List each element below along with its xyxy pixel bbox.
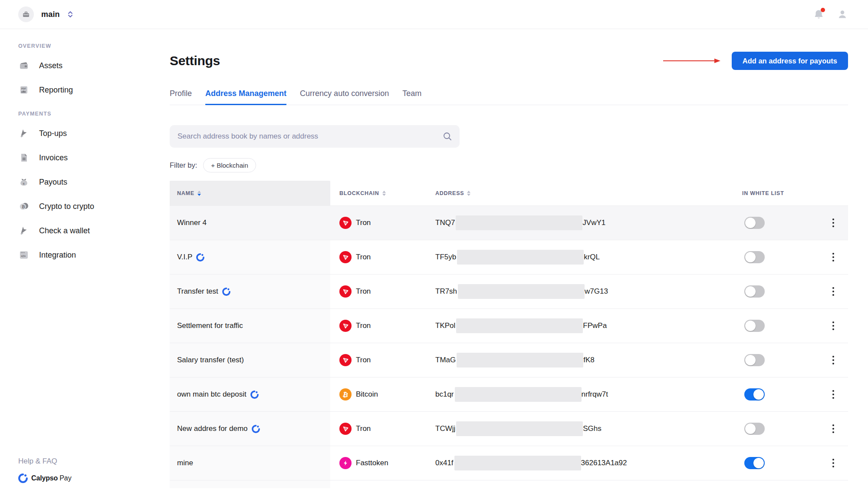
address-redaction-mask bbox=[456, 421, 583, 436]
sidebar-item-label: Check a wallet bbox=[39, 226, 90, 235]
row-menu-kebab-icon[interactable] bbox=[832, 457, 835, 469]
address-prefix: bc1qr bbox=[435, 390, 454, 399]
sidebar-item-top-ups[interactable]: Top-ups bbox=[18, 121, 170, 146]
pdf-report-icon: PDF bbox=[18, 84, 30, 96]
column-header-blockchain[interactable]: BLOCKCHAIN bbox=[330, 181, 435, 205]
table-row: V.I.P Tron TF5ybkrQL bbox=[170, 240, 848, 274]
address-name: own main btc deposit bbox=[177, 390, 247, 399]
blockchain-label: Fasttoken bbox=[356, 459, 388, 467]
whitelist-toggle[interactable] bbox=[744, 320, 765, 332]
blockchain-label: Tron bbox=[356, 321, 371, 330]
chevron-updown-icon bbox=[67, 10, 73, 19]
table-row: Winner 4 Tron TNQ7JVwY1 bbox=[170, 205, 848, 240]
notifications-bell-icon[interactable] bbox=[813, 9, 825, 20]
sidebar-item-label: Crypto to crypto bbox=[39, 202, 94, 211]
sort-icon[interactable] bbox=[197, 191, 201, 196]
blockchain-label: Bitcoin bbox=[356, 390, 378, 399]
address-name: V.I.P bbox=[177, 253, 192, 262]
column-header-in-white-list: IN WHITE LIST bbox=[733, 181, 832, 205]
sidebar-item-crypto-to-crypto[interactable]: ₿ Crypto to crypto bbox=[18, 194, 170, 219]
table-row-partial bbox=[170, 480, 848, 488]
tab-address-management[interactable]: Address Management bbox=[205, 89, 286, 105]
row-menu-kebab-icon[interactable] bbox=[832, 217, 835, 229]
table-row: mine Fasttoken 0x41f362613A1a92 bbox=[170, 446, 848, 480]
table-row: Transfer test Tron TR7shw7G13 bbox=[170, 274, 848, 308]
code-window-icon: </> bbox=[18, 249, 30, 261]
blockchain-icon bbox=[339, 217, 352, 229]
address-redaction-mask bbox=[454, 456, 581, 470]
table-row: Salary transfer (test) Tron TMaGfK8 bbox=[170, 343, 848, 377]
whitelist-toggle[interactable] bbox=[744, 388, 765, 401]
workspace-avatar bbox=[18, 7, 34, 22]
address-suffix: FPwPa bbox=[583, 321, 607, 330]
sidebar-item-invoices[interactable]: Invoices bbox=[18, 146, 170, 170]
search-icon[interactable] bbox=[442, 131, 453, 142]
whitelist-toggle[interactable] bbox=[744, 457, 765, 469]
sort-icon[interactable] bbox=[467, 191, 470, 196]
sidebar-item-payouts[interactable]: s Payouts bbox=[18, 170, 170, 194]
address-suffix: w7G13 bbox=[585, 287, 608, 296]
row-menu-kebab-icon[interactable] bbox=[832, 251, 835, 263]
address-redaction-mask bbox=[457, 353, 583, 368]
calypso-logo-icon bbox=[18, 473, 28, 483]
sidebar-item-check-a-wallet[interactable]: Check a wallet bbox=[18, 219, 170, 243]
address-redaction-mask bbox=[458, 284, 585, 299]
whitelist-toggle[interactable] bbox=[744, 423, 765, 435]
blockchain-label: Tron bbox=[356, 287, 371, 296]
table-header: NAME BLOCKCHAIN ADDRESS bbox=[170, 181, 848, 205]
search-input[interactable] bbox=[170, 125, 460, 148]
address-prefix: TF5yb bbox=[435, 253, 456, 262]
address-redaction-mask bbox=[456, 318, 583, 333]
address-prefix: TNQ7 bbox=[435, 219, 455, 227]
address-suffix: fK8 bbox=[583, 356, 595, 364]
sidebar-item-assets[interactable]: Assets bbox=[18, 53, 170, 78]
address-redaction-mask bbox=[457, 250, 584, 265]
workspace-name: main bbox=[41, 10, 60, 19]
help-faq-link[interactable]: Help & FAQ bbox=[18, 457, 72, 466]
address-name: Salary transfer (test) bbox=[177, 356, 244, 364]
sidebar: OVERVIEW Assets PDF bbox=[0, 29, 170, 490]
address-name: Settlement for traffic bbox=[177, 321, 243, 330]
table-row: New addres for demo Tron TCWjjSGhs bbox=[170, 411, 848, 446]
row-menu-kebab-icon[interactable] bbox=[832, 285, 835, 298]
calypso-pay-logo: CalypsoPay bbox=[18, 473, 72, 483]
whitelist-toggle[interactable] bbox=[744, 285, 765, 298]
sidebar-item-integration[interactable]: </> Integration bbox=[18, 243, 170, 267]
whitelist-toggle[interactable] bbox=[744, 251, 765, 263]
sidebar-item-reporting[interactable]: PDF Reporting bbox=[18, 78, 170, 102]
sidebar-item-label: Top-ups bbox=[39, 129, 67, 138]
address-prefix: 0x41f bbox=[435, 459, 454, 467]
tab-bar: Profile Address Management Currency auto… bbox=[170, 89, 848, 105]
address-redaction-mask bbox=[455, 387, 582, 402]
document-icon bbox=[18, 152, 30, 163]
coins-icon: ₿ bbox=[18, 201, 30, 212]
column-header-name[interactable]: NAME bbox=[170, 181, 330, 205]
notification-badge bbox=[821, 8, 825, 12]
column-header-address[interactable]: ADDRESS bbox=[435, 181, 733, 205]
sidebar-item-label: Assets bbox=[39, 61, 62, 70]
row-menu-kebab-icon[interactable] bbox=[832, 354, 835, 366]
svg-text:</>: </> bbox=[21, 254, 26, 258]
tab-team[interactable]: Team bbox=[402, 89, 421, 105]
row-menu-kebab-icon[interactable] bbox=[832, 320, 835, 332]
whitelist-toggle[interactable] bbox=[744, 217, 765, 229]
sidebar-section-payments: PAYMENTS bbox=[18, 111, 170, 117]
address-prefix: TR7sh bbox=[435, 287, 457, 296]
tab-profile[interactable]: Profile bbox=[170, 89, 192, 105]
blockchain-icon bbox=[339, 354, 352, 366]
whitelist-toggle[interactable] bbox=[744, 354, 765, 366]
sidebar-item-label: Invoices bbox=[39, 153, 68, 162]
blockchain-label: Tron bbox=[356, 219, 371, 227]
row-menu-kebab-icon[interactable] bbox=[832, 388, 835, 401]
blockchain-label: Tron bbox=[356, 356, 371, 364]
blockchain-filter-chip[interactable]: + Blockchain bbox=[203, 158, 256, 172]
row-menu-kebab-icon[interactable] bbox=[832, 423, 835, 435]
user-avatar-icon[interactable] bbox=[837, 9, 848, 20]
tab-currency-auto-conversion[interactable]: Currency auto conversion bbox=[300, 89, 389, 105]
add-address-button[interactable]: Add an address for payouts bbox=[732, 52, 848, 70]
sort-icon[interactable] bbox=[382, 191, 386, 196]
calypso-badge-icon bbox=[250, 391, 259, 399]
address-suffix: nrfrqw7t bbox=[582, 390, 608, 399]
workspace-selector[interactable]: main bbox=[18, 7, 73, 22]
table-body: Winner 4 Tron TNQ7JVwY1 V.I.P bbox=[170, 205, 848, 480]
